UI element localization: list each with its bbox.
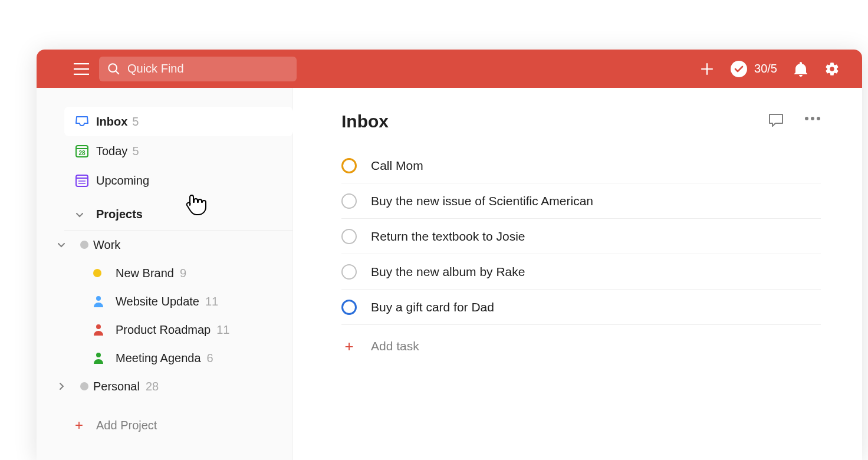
svg-point-1 [731, 61, 747, 77]
task-title: Buy a gift card for Dad [371, 300, 494, 314]
task-checkbox[interactable] [341, 158, 357, 173]
quick-add-button[interactable] [700, 62, 714, 76]
checkmark-circle-icon [731, 61, 747, 77]
main-content: Inbox Call MomBuy the new issue of Scien… [293, 88, 862, 460]
plus-icon: + [341, 337, 357, 356]
plus-icon: + [75, 417, 96, 433]
folder-label: Work [93, 238, 120, 252]
task-row[interactable]: Buy the new issue of Scientific American [341, 183, 821, 219]
folder-label: Personal [93, 380, 140, 393]
comments-button[interactable] [768, 113, 784, 130]
task-checkbox[interactable] [341, 300, 357, 315]
project-color-dot [80, 382, 88, 390]
project-count: 11 [216, 323, 229, 337]
add-project-button[interactable]: + Add Project [64, 411, 292, 439]
gear-icon [824, 61, 840, 77]
sidebar-item-inbox[interactable]: Inbox 5 [64, 107, 293, 136]
task-checkbox[interactable] [341, 264, 357, 280]
project-count: 9 [180, 267, 186, 280]
svg-text:28: 28 [78, 150, 86, 156]
task-checkbox[interactable] [341, 229, 357, 244]
project-label: Product Roadmap [116, 323, 211, 337]
menu-button[interactable] [70, 63, 93, 75]
svg-point-11 [96, 353, 101, 357]
project-new-brand[interactable]: New Brand 9 [85, 259, 292, 287]
person-icon [93, 324, 104, 336]
nav-count: 5 [132, 144, 139, 158]
task-checkbox[interactable] [341, 193, 357, 209]
nav-count: 5 [132, 115, 139, 129]
person-icon [93, 295, 104, 307]
calendar-today-icon: 28 [75, 144, 89, 158]
project-color-dot [93, 269, 101, 277]
search-placeholder: Quick Find [127, 62, 184, 75]
hamburger-icon [74, 63, 89, 75]
search-input[interactable]: Quick Find [99, 57, 297, 81]
nav-label: Today [96, 144, 127, 158]
nav-label: Inbox [96, 115, 127, 129]
calendar-upcoming-icon [75, 173, 89, 188]
project-label: Website Update [116, 295, 199, 308]
karma-count: 30/5 [754, 62, 777, 75]
settings-button[interactable] [824, 61, 840, 77]
app-window: Quick Find 30/5 In [37, 50, 862, 460]
more-horizontal-icon [804, 116, 821, 121]
add-task-label: Add task [371, 339, 419, 353]
plus-icon [700, 62, 714, 76]
add-project-label: Add Project [96, 419, 157, 432]
projects-section-header[interactable]: Projects [64, 199, 293, 231]
chevron-down-icon [57, 240, 66, 249]
task-row[interactable]: Return the textbook to Josie [341, 219, 821, 254]
comment-icon [768, 113, 784, 128]
projects-label: Projects [96, 208, 143, 221]
person-icon [93, 352, 104, 364]
task-row[interactable]: Buy the new album by Rake [341, 254, 821, 290]
bell-icon [794, 61, 808, 77]
more-options-button[interactable] [804, 113, 821, 130]
add-task-button[interactable]: + Add task [341, 328, 821, 364]
svg-point-12 [805, 117, 808, 120]
svg-point-10 [96, 324, 101, 329]
svg-point-14 [817, 117, 820, 120]
task-title: Call Mom [371, 159, 423, 173]
topbar: Quick Find 30/5 [37, 50, 862, 88]
search-icon [107, 63, 120, 75]
task-title: Buy the new issue of Scientific American [371, 194, 593, 208]
task-title: Return the textbook to Josie [371, 229, 525, 244]
svg-point-9 [96, 296, 101, 301]
page-title: Inbox [341, 111, 768, 132]
project-count: 11 [205, 295, 218, 308]
project-count: 6 [207, 351, 213, 365]
folder-personal[interactable]: Personal 28 [50, 372, 292, 400]
nav-label: Upcoming [96, 174, 149, 188]
inbox-icon [75, 115, 89, 128]
notifications-button[interactable] [794, 61, 808, 77]
project-product-roadmap[interactable]: Product Roadmap 11 [85, 316, 292, 344]
svg-point-13 [811, 117, 814, 120]
folder-count: 28 [146, 380, 159, 393]
productivity-karma[interactable]: 30/5 [731, 61, 777, 77]
project-label: Meeting Agenda [116, 351, 201, 365]
project-meeting-agenda[interactable]: Meeting Agenda 6 [85, 344, 292, 372]
chevron-down-icon [75, 210, 84, 219]
task-row[interactable]: Call Mom [341, 148, 821, 183]
task-row[interactable]: Buy a gift card for Dad [341, 290, 821, 325]
sidebar-item-today[interactable]: 28 Today 5 [64, 136, 293, 166]
task-title: Buy the new album by Rake [371, 265, 525, 279]
project-website-update[interactable]: Website Update 11 [85, 287, 292, 316]
project-color-dot [80, 241, 88, 249]
task-list: Call MomBuy the new issue of Scientific … [341, 148, 821, 325]
chevron-right-icon [57, 382, 66, 391]
sidebar-item-upcoming[interactable]: Upcoming [64, 166, 293, 195]
project-label: New Brand [116, 267, 174, 280]
folder-work[interactable]: Work [50, 231, 292, 259]
sidebar: Inbox 5 28 Today 5 Upcoming [37, 88, 293, 460]
